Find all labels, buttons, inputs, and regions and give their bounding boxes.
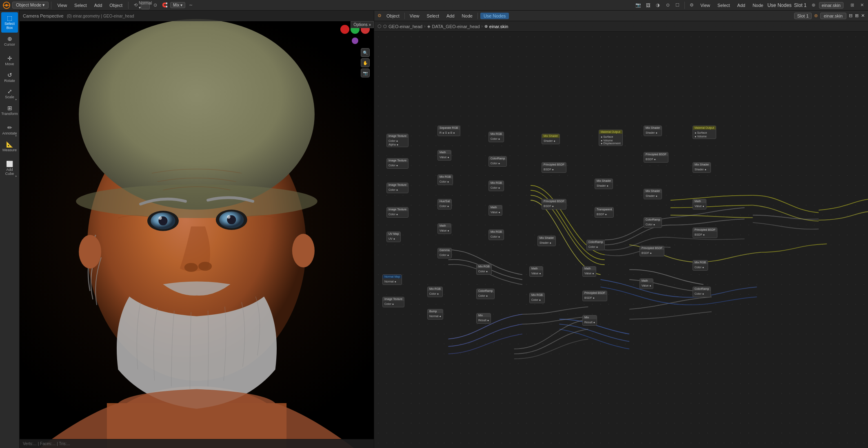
view-menu[interactable]: View	[54, 2, 70, 9]
node-43[interactable]: Material Output ● Surface ● Volume	[693, 126, 716, 139]
node-slot-btn[interactable]: Slot 1	[794, 13, 811, 19]
material-icon[interactable]: ⊛	[809, 1, 818, 9]
node-5[interactable]: UV Map UV ●	[386, 232, 401, 242]
node-17[interactable]: ColorRamp Color ●	[488, 156, 507, 167]
blender-logo[interactable]	[2, 0, 11, 10]
node-19[interactable]: Math Value ●	[488, 205, 502, 216]
node-9[interactable]: Hue/Sat Color ●	[437, 199, 452, 210]
tool-annotate[interactable]: ✏ Annotate ▸	[1, 122, 18, 138]
node-16[interactable]: Mix RGB Color ●	[488, 132, 504, 142]
node-20[interactable]: Mix RGB Color ●	[488, 230, 504, 240]
node-39[interactable]: Mix Shader Shader ●	[644, 189, 662, 199]
node-37[interactable]: Mix Shader Shader ●	[644, 126, 662, 136]
node-47[interactable]: Mix RGB Color ●	[693, 260, 708, 271]
tool-cursor[interactable]: ⊕ Cursor	[1, 33, 18, 49]
node-window-icon[interactable]: ⊟	[849, 13, 852, 18]
snap-icon[interactable]: 🧲	[160, 1, 169, 9]
object-menu[interactable]: Object	[106, 2, 126, 9]
node-27[interactable]: Mix Shader Shader ●	[537, 236, 556, 246]
node-24[interactable]: Mix Shader Shader ●	[542, 134, 560, 144]
add-menu[interactable]: Add	[91, 2, 106, 9]
material-select[interactable]: einar.skin	[819, 2, 844, 9]
viewport-shading[interactable]: ◑	[653, 1, 662, 9]
node-close-icon[interactable]: ✕	[861, 13, 865, 18]
node-35[interactable]: Principled BSDF BSDF ●	[582, 291, 607, 301]
node-view-menu-btn[interactable]: Object	[384, 13, 402, 19]
use-nodes-button[interactable]: Use Nodes	[767, 2, 791, 8]
node-25[interactable]: Principled BSDF BSDF ●	[542, 162, 566, 173]
node-33[interactable]: ColorRamp Color ●	[586, 240, 605, 250]
node-select-btn[interactable]: Select	[424, 13, 442, 19]
viewport-dot-purple[interactable]	[352, 38, 358, 44]
tool-rotate[interactable]: ↺ Rotate	[1, 69, 18, 86]
normal-select[interactable]: Normal ▾	[141, 1, 150, 9]
node-select-menu[interactable]: Select	[714, 2, 733, 9]
3d-viewport[interactable]: Camera Perspective (0) einar.geometry | …	[20, 11, 374, 448]
node-10[interactable]: Math Value ●	[437, 223, 451, 234]
node-add-btn[interactable]: Add	[444, 13, 457, 19]
node-node-menu[interactable]: Node	[749, 2, 766, 9]
tool-move[interactable]: ✛ Move	[1, 53, 18, 69]
render-icon[interactable]: 🖼	[644, 1, 653, 9]
node-22[interactable]: ColorRamp Color ●	[476, 289, 495, 299]
node-45[interactable]: Math Value ●	[693, 199, 706, 210]
node-node-btn[interactable]: Node	[460, 13, 475, 19]
node-28[interactable]: Math Value ●	[529, 266, 543, 277]
node-canvas[interactable]: Image Texture Color ● Alpha ● Image Text…	[374, 32, 868, 448]
node-15[interactable]: Bump Normal ●	[427, 309, 443, 320]
node-view-btn[interactable]: View	[407, 13, 422, 19]
node-14[interactable]: Mix RGB Color ●	[427, 287, 443, 297]
overlay-icon[interactable]: ⊙	[663, 1, 672, 9]
breadcrumb-skin[interactable]: ⊛ einar.skin	[484, 24, 508, 29]
tool-select-box[interactable]: ⬚ Select Box	[1, 12, 18, 33]
slot-select[interactable]: Slot 1	[794, 2, 807, 8]
node-44[interactable]: Mix Shader Shader ●	[693, 162, 711, 173]
use-nodes-toggle[interactable]: Use Nodes	[480, 13, 509, 19]
node-13[interactable]: Image Texture Color ●	[382, 297, 404, 307]
material-name-select[interactable]: einar.skin	[820, 13, 846, 19]
node-7[interactable]: Math Value ●	[437, 150, 451, 161]
window-controls[interactable]: ⊞	[848, 1, 857, 9]
xray-icon[interactable]: ☐	[673, 1, 682, 9]
tool-measure[interactable]: 📐 Measure	[1, 139, 18, 155]
node-41[interactable]: Principled BSDF BSDF ●	[639, 246, 664, 256]
node-32[interactable]: Transparent BSDF ●	[595, 207, 614, 218]
node-42[interactable]: Math Value ●	[639, 278, 653, 289]
node-4[interactable]: Image Texture Color ●	[386, 207, 408, 218]
node-30[interactable]: Material Output ● Surface ● Volume ● Dis…	[599, 130, 623, 146]
node-18[interactable]: Mix RGB Color ●	[488, 181, 504, 191]
viewport-camera-icon[interactable]: 📷	[361, 68, 370, 77]
breadcrumb-geo[interactable]: ⬡ GEO-einar_head	[383, 24, 422, 29]
viewport-hand-icon[interactable]: ✋	[361, 58, 370, 67]
viewport-options-button[interactable]: Options »	[351, 21, 374, 28]
node-view-menu[interactable]: View	[697, 2, 713, 9]
node-8[interactable]: Mix RGB Color ●	[437, 174, 453, 185]
node-23[interactable]: Mix Result ●	[476, 313, 491, 324]
node-48[interactable]: ColorRamp Color ●	[693, 287, 711, 297]
tool-add-cube[interactable]: ⬜ Add Cube ▸	[1, 158, 18, 179]
node-31[interactable]: Mix Shader Shader ●	[595, 179, 613, 189]
viewport-mode-select[interactable]: Object Mode ▾	[12, 2, 49, 9]
node-1[interactable]: Image Texture Color ● Alpha ●	[386, 134, 408, 147]
viewport-dot-red[interactable]	[340, 25, 349, 34]
node-editor-icon[interactable]: ⚙	[687, 1, 696, 9]
tool-transform[interactable]: ⊞ Transform	[1, 102, 18, 119]
node-29[interactable]: Mix RGB Color ●	[529, 293, 545, 303]
node-34[interactable]: Math Value ●	[582, 266, 596, 277]
node-6[interactable]: Separate RGB R ● G ● B ●	[437, 126, 460, 136]
node-fullscreen-icon[interactable]: ⊞	[855, 13, 859, 18]
camera-icon[interactable]: 📷	[634, 1, 643, 9]
viewport-search-icon[interactable]: 🔍	[361, 48, 370, 57]
node-3[interactable]: Image Texture Color ●	[386, 183, 408, 193]
proportional-icon[interactable]: ⊙	[151, 1, 160, 9]
node-21[interactable]: Mix RGB Color ●	[476, 264, 492, 275]
node-2[interactable]: Image Texture Color ●	[386, 158, 408, 169]
breadcrumb-data[interactable]: ◈ DATA_GEO-einar_head	[427, 24, 480, 29]
close-button[interactable]: ✕	[857, 1, 866, 9]
node-26[interactable]: Principled BSDF BSDF ●	[542, 199, 566, 210]
node-editor-type-icon[interactable]: ⚙	[377, 13, 382, 18]
select-menu[interactable]: Select	[71, 2, 90, 9]
tool-scale[interactable]: ⤢ Scale ▸	[1, 86, 18, 102]
node-11[interactable]: Gamma Color ●	[437, 248, 452, 258]
node-add-menu[interactable]: Add	[734, 2, 749, 9]
